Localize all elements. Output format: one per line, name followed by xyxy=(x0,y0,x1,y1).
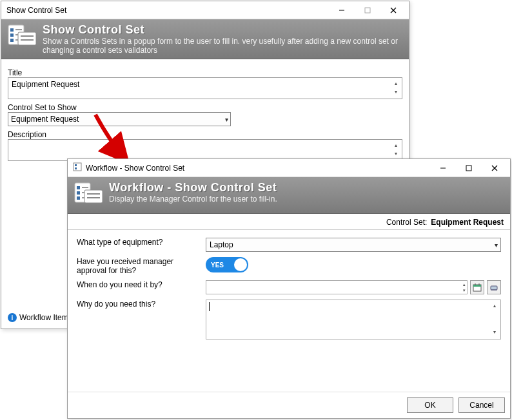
spin-down-icon[interactable]: ▾ xyxy=(490,328,499,336)
toggle-knob xyxy=(234,258,247,271)
cancel-button[interactable]: Cancel xyxy=(458,397,505,413)
spin-up-icon[interactable]: ▴ xyxy=(490,301,499,310)
eraser-icon xyxy=(489,283,498,292)
manager-approval-toggle[interactable]: YES xyxy=(206,257,248,272)
child-banner-desc: Display the Manager Control for the user… xyxy=(109,195,505,204)
svg-rect-26 xyxy=(77,196,80,200)
controlset-header: Control Set: Equipment Request xyxy=(68,214,510,230)
calendar-icon xyxy=(473,283,482,292)
calendar-button[interactable] xyxy=(470,280,484,294)
control-set-icon xyxy=(73,181,105,209)
parent-form: Title Equipment Request ▴ ▾ Control Set … xyxy=(1,59,409,166)
ok-button[interactable]: OK xyxy=(407,397,453,413)
description-label: Description xyxy=(8,130,402,139)
svg-rect-32 xyxy=(473,285,481,287)
info-icon: i xyxy=(8,313,17,322)
title-value: Equipment Request xyxy=(8,78,402,91)
controlset-label: Control Set to Show xyxy=(8,103,402,112)
controlset-combo[interactable]: Equipment Request ▾ xyxy=(8,112,231,126)
maximize-button[interactable] xyxy=(355,2,380,19)
svg-rect-28 xyxy=(84,190,103,203)
toggle-text: YES xyxy=(211,262,224,269)
window-icon xyxy=(73,162,82,173)
child-banner: Workflow - Show Control Set Display the … xyxy=(68,177,510,214)
svg-rect-14 xyxy=(74,163,81,171)
equipment-type-combo[interactable]: Laptop ▾ xyxy=(206,238,501,252)
parent-titlebar: Show Control Set xyxy=(1,1,409,19)
spin-down-icon[interactable]: ▾ xyxy=(391,88,400,96)
child-window: Workflow - Show Control Set xyxy=(67,158,511,419)
workflow-item-link[interactable]: i Workflow Item xyxy=(8,313,68,322)
need-by-label: When do you need it by? xyxy=(77,280,206,289)
svg-rect-18 xyxy=(466,166,471,171)
spin-up-icon[interactable]: ▴ xyxy=(391,79,400,88)
description-input[interactable]: ▴ ▾ xyxy=(8,139,402,161)
svg-rect-9 xyxy=(10,39,14,42)
svg-rect-1 xyxy=(365,8,370,13)
equipment-type-label: What type of equipment? xyxy=(77,238,206,247)
child-titlebar: Workflow - Show Control Set xyxy=(68,159,510,177)
parent-banner-desc: Show a Controls Sets in a popup form to … xyxy=(43,37,404,55)
controlset-header-label: Control Set: xyxy=(386,218,427,227)
svg-rect-5 xyxy=(10,28,14,32)
svg-rect-22 xyxy=(77,186,80,189)
why-need-label: Why do you need this? xyxy=(77,300,206,309)
workflow-item-label: Workflow Item xyxy=(19,313,68,322)
child-window-title: Workflow - Show Control Set xyxy=(86,164,430,173)
control-set-icon xyxy=(6,23,39,52)
controlset-header-value: Equipment Request xyxy=(431,218,504,227)
why-need-textarea[interactable]: ▴ ▾ xyxy=(206,300,501,339)
spin-down-icon[interactable]: ▾ xyxy=(391,149,400,158)
need-by-input[interactable]: ▴ ▾ xyxy=(206,280,468,294)
minimize-button[interactable] xyxy=(329,2,355,19)
title-label: Title xyxy=(8,68,402,77)
spin-up-icon[interactable]: ▴ xyxy=(463,282,466,287)
svg-rect-24 xyxy=(77,191,80,195)
chevron-down-icon: ▾ xyxy=(495,242,498,249)
spin-up-icon[interactable]: ▴ xyxy=(391,141,400,149)
title-input[interactable]: Equipment Request ▴ ▾ xyxy=(8,77,402,99)
maximize-button[interactable] xyxy=(456,160,482,177)
text-cursor xyxy=(209,302,210,311)
clear-date-button[interactable] xyxy=(487,280,501,294)
chevron-down-icon: ▾ xyxy=(225,116,228,123)
child-form: What type of equipment? Laptop ▾ Have yo… xyxy=(68,230,510,347)
close-button[interactable] xyxy=(482,160,507,177)
parent-window-title: Show Control Set xyxy=(6,6,329,15)
spin-down-icon[interactable]: ▾ xyxy=(463,287,466,293)
manager-approval-label: Have you received manager approval for t… xyxy=(77,257,206,275)
parent-banner-title: Show Control Set xyxy=(43,23,404,37)
svg-rect-7 xyxy=(10,33,14,37)
child-banner-title: Workflow - Show Control Set xyxy=(109,181,505,195)
parent-banner: Show Control Set Show a Controls Sets in… xyxy=(1,19,409,59)
svg-rect-11 xyxy=(18,32,36,45)
dialog-button-row: OK Cancel xyxy=(68,392,510,418)
controlset-value: Equipment Request xyxy=(11,115,79,124)
svg-rect-35 xyxy=(491,286,497,290)
svg-rect-15 xyxy=(75,164,77,166)
close-button[interactable] xyxy=(380,2,406,19)
minimize-button[interactable] xyxy=(430,160,456,177)
svg-rect-16 xyxy=(75,167,77,169)
equipment-type-value: Laptop xyxy=(210,240,233,249)
